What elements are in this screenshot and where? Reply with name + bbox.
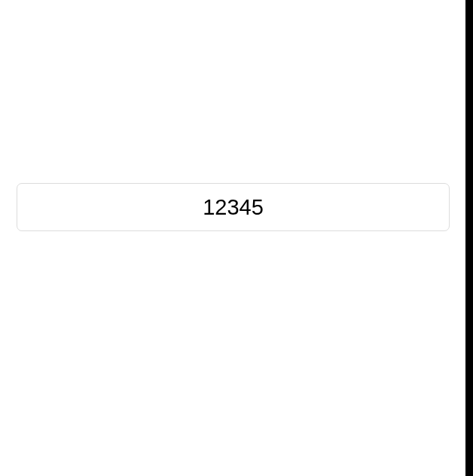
window-border-right <box>465 0 473 476</box>
numeric-text-input[interactable] <box>17 183 450 231</box>
text-input-wrapper <box>17 183 450 231</box>
